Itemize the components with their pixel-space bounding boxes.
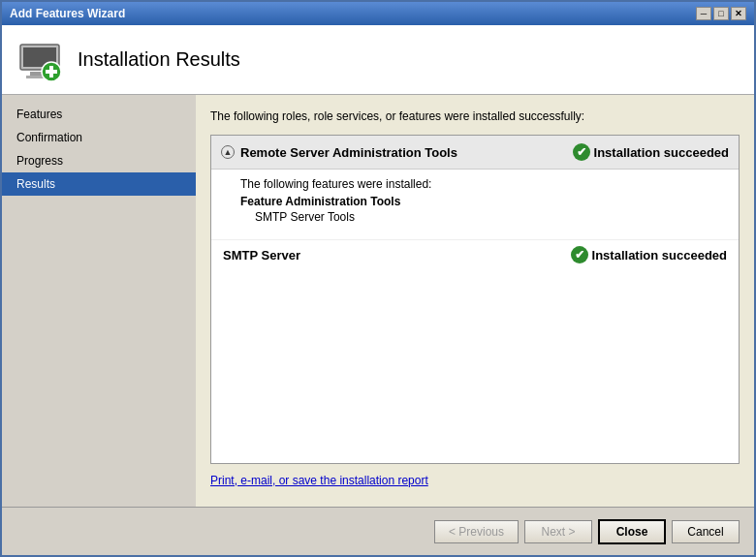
maximize-button[interactable]: □ bbox=[713, 7, 729, 20]
sidebar-item-features[interactable]: Features bbox=[2, 103, 196, 126]
sidebar: Features Confirmation Progress Results bbox=[2, 95, 196, 507]
footer: < Previous Next > Close Cancel bbox=[2, 507, 754, 555]
cancel-button[interactable]: Cancel bbox=[672, 520, 740, 543]
title-bar-controls: ─ □ ✕ bbox=[696, 7, 746, 20]
sidebar-item-confirmation[interactable]: Confirmation bbox=[2, 126, 196, 149]
results-header-left: ▲ Remote Server Administration Tools bbox=[221, 145, 565, 160]
success-icon-smtp: ✔ bbox=[571, 246, 588, 263]
results-body: The following features were installed: F… bbox=[211, 170, 739, 239]
minimize-button[interactable]: ─ bbox=[696, 7, 711, 20]
close-button[interactable]: Close bbox=[598, 519, 666, 544]
smtp-server-label: SMTP Server bbox=[223, 248, 571, 263]
window: Add Features Wizard ─ □ ✕ Installation R… bbox=[0, 0, 756, 557]
smtp-tools-label: SMTP Server Tools bbox=[255, 210, 727, 224]
next-button[interactable]: Next > bbox=[524, 520, 592, 543]
feature-admin-tools-label: Feature Administration Tools bbox=[240, 195, 727, 208]
main-panel: The following roles, role services, or f… bbox=[196, 95, 754, 507]
previous-button[interactable]: < Previous bbox=[434, 520, 519, 543]
remote-admin-title: Remote Server Administration Tools bbox=[240, 145, 457, 160]
smtp-server-status-badge: ✔ Installation succeeded bbox=[571, 246, 727, 263]
wizard-icon bbox=[16, 37, 63, 83]
window-title: Add Features Wizard bbox=[10, 7, 125, 20]
collapse-icon[interactable]: ▲ bbox=[221, 145, 235, 159]
svg-rect-6 bbox=[46, 70, 57, 74]
close-window-button[interactable]: ✕ bbox=[731, 7, 746, 20]
smtp-server-row: SMTP Server ✔ Installation succeeded bbox=[211, 239, 739, 269]
header-bar: Installation Results bbox=[2, 25, 754, 95]
results-box: ▲ Remote Server Administration Tools ✔ I… bbox=[210, 135, 740, 464]
results-header-right: ✔ Installation succeeded bbox=[573, 143, 729, 161]
print-link[interactable]: Print, e-mail, or save the installation … bbox=[210, 474, 740, 487]
remote-admin-status-badge: ✔ Installation succeeded bbox=[573, 143, 729, 161]
status-message: The following roles, role services, or f… bbox=[210, 109, 740, 123]
smtp-server-status-label: Installation succeeded bbox=[592, 248, 727, 263]
page-title: Installation Results bbox=[78, 48, 240, 71]
title-bar: Add Features Wizard ─ □ ✕ bbox=[2, 2, 754, 25]
success-icon-remote: ✔ bbox=[573, 143, 590, 161]
feature-description: The following features were installed: bbox=[240, 177, 727, 191]
results-header-row: ▲ Remote Server Administration Tools ✔ I… bbox=[211, 136, 739, 170]
sidebar-item-results[interactable]: Results bbox=[2, 172, 196, 196]
content-area: Features Confirmation Progress Results T… bbox=[2, 95, 754, 507]
remote-admin-status-label: Installation succeeded bbox=[594, 145, 729, 160]
sidebar-item-progress[interactable]: Progress bbox=[2, 149, 196, 172]
